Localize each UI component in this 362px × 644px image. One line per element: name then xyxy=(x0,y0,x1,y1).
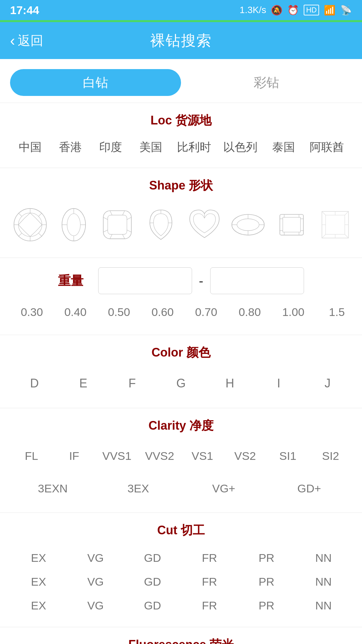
cut-item[interactable]: NN xyxy=(295,575,352,588)
fluorescence-title: Fluorescence 荧光 xyxy=(10,637,352,644)
cut-item[interactable]: FR xyxy=(181,551,238,565)
tab-colored-diamond[interactable]: 彩钻 xyxy=(181,69,352,96)
cut-item[interactable]: PR xyxy=(238,575,295,588)
location-item[interactable]: 比利时 xyxy=(171,136,217,158)
cut-title: Cut 切工 xyxy=(10,522,352,539)
color-item[interactable]: D xyxy=(10,372,59,395)
clarity-item[interactable]: VS1 xyxy=(181,445,224,467)
location-item[interactable]: 印度 xyxy=(90,136,131,158)
shape-heart[interactable] xyxy=(184,205,225,245)
cut-grid: EXVGGDFRPRNNEXVGGDFRPRNNEXVGGDFRPRNN xyxy=(10,546,352,618)
tab-white-diamond[interactable]: 白钻 xyxy=(10,69,181,96)
location-item[interactable]: 香港 xyxy=(50,136,90,158)
filter-item[interactable]: VG+ xyxy=(181,477,266,500)
cut-item[interactable]: GD xyxy=(124,599,181,612)
svg-line-21 xyxy=(127,217,131,220)
shape-title: Shape 形状 xyxy=(10,177,352,194)
clarity-section: Clarity 净度 FLIFVVS1VVS2VS1VS2SI1SI2 3EXN… xyxy=(0,408,362,513)
signal-icon: 📶 xyxy=(324,5,336,16)
shape-pear[interactable] xyxy=(141,205,181,245)
color-item[interactable]: I xyxy=(254,372,303,395)
color-item[interactable]: J xyxy=(303,372,352,395)
weight-min-input[interactable] xyxy=(98,267,192,294)
shape-row xyxy=(10,201,352,248)
color-section: Color 颜色 DEFGHIJ xyxy=(0,335,362,408)
weight-quick-item[interactable]: 1.5 xyxy=(315,302,352,322)
weight-quick-item[interactable]: 0.40 xyxy=(54,302,97,322)
shape-oval[interactable] xyxy=(54,205,94,245)
svg-line-23 xyxy=(110,211,112,215)
filter-item[interactable]: 3EXN xyxy=(10,477,96,500)
clarity-item[interactable]: IF xyxy=(53,445,96,467)
cut-item[interactable]: FR xyxy=(181,599,238,612)
back-button[interactable]: ‹ 返回 xyxy=(10,32,43,49)
clarity-item[interactable]: SI1 xyxy=(266,445,309,467)
cut-item[interactable]: EX xyxy=(10,551,67,565)
cut-item[interactable]: FR xyxy=(181,575,238,588)
color-row: DEFGHIJ xyxy=(10,368,352,398)
color-item[interactable]: H xyxy=(205,372,254,395)
svg-point-1 xyxy=(18,213,42,236)
clarity-row: FLIFVVS1VVS2VS1VS2SI1SI2 xyxy=(10,441,352,471)
color-item[interactable]: G xyxy=(157,372,205,395)
cut-item[interactable]: VG xyxy=(67,599,124,612)
cut-item[interactable]: PR xyxy=(238,551,295,565)
clarity-item[interactable]: FL xyxy=(10,445,53,467)
cut-item[interactable]: VG xyxy=(67,575,124,588)
weight-label: 重量 xyxy=(58,272,92,289)
clarity-item[interactable]: VVS1 xyxy=(96,445,138,467)
cut-item[interactable]: PR xyxy=(238,599,295,612)
weight-quick-item[interactable]: 0.80 xyxy=(228,302,272,322)
weight-quick-row: 0.300.400.500.600.700.801.001.5 xyxy=(10,302,352,325)
shape-princess[interactable] xyxy=(315,205,352,245)
hd-icon: HD xyxy=(304,5,319,15)
weight-quick-item[interactable]: 0.30 xyxy=(10,302,54,322)
weight-dash: - xyxy=(199,273,203,288)
cut-item[interactable]: NN xyxy=(295,599,352,612)
filter-row: 3EXN3EXVG+GD+ xyxy=(10,471,352,503)
weight-quick-item[interactable]: 0.60 xyxy=(141,302,184,322)
location-item[interactable]: 美国 xyxy=(131,136,171,158)
cut-item[interactable]: EX xyxy=(10,575,67,588)
cut-row: EXVGGDFRPRNN xyxy=(10,594,352,618)
color-item[interactable]: E xyxy=(59,372,108,395)
location-item[interactable]: 以色列 xyxy=(217,136,263,158)
cut-item[interactable]: EX xyxy=(10,599,67,612)
svg-line-49 xyxy=(322,211,325,215)
svg-rect-17 xyxy=(103,211,131,239)
svg-line-6 xyxy=(18,213,22,216)
weight-quick-item[interactable]: 0.50 xyxy=(97,302,141,322)
back-arrow-icon: ‹ xyxy=(10,32,15,49)
status-bar: 17:44 1.3K/s 🔕 ⏰ HD 📶 📡 xyxy=(0,0,362,20)
shape-marquise[interactable] xyxy=(228,205,268,245)
clarity-item[interactable]: SI2 xyxy=(309,445,352,467)
filter-item[interactable]: 3EX xyxy=(96,477,181,500)
location-row: 中国香港印度美国比利时以色列泰国阿联酋 xyxy=(10,136,352,158)
weight-section: 重量 - 0.300.400.500.600.700.801.001.5 xyxy=(0,258,362,335)
shape-cushion[interactable] xyxy=(97,205,137,245)
color-item[interactable]: F xyxy=(108,372,157,395)
clarity-item[interactable]: VVS2 xyxy=(138,445,181,467)
status-icons: 1.3K/s 🔕 ⏰ HD 📶 📡 xyxy=(240,5,352,16)
svg-rect-47 xyxy=(322,211,348,238)
location-item[interactable]: 中国 xyxy=(10,136,50,158)
svg-line-52 xyxy=(345,234,349,238)
shape-round[interactable] xyxy=(10,205,50,245)
location-item[interactable]: 阿联酋 xyxy=(304,136,350,158)
weight-quick-item[interactable]: 0.70 xyxy=(184,302,228,322)
color-title: Color 颜色 xyxy=(10,344,352,361)
shape-emerald[interactable] xyxy=(272,205,312,245)
weight-max-input[interactable] xyxy=(210,267,304,294)
cut-item[interactable]: NN xyxy=(295,551,352,565)
tab-row: 白钻 彩钻 xyxy=(0,59,362,103)
cut-row: EXVGGDFRPRNN xyxy=(10,570,352,594)
svg-line-24 xyxy=(122,211,125,215)
weight-quick-item[interactable]: 1.00 xyxy=(272,302,315,322)
clarity-item[interactable]: VS2 xyxy=(224,445,267,467)
location-item[interactable]: 泰国 xyxy=(263,136,304,158)
cut-item[interactable]: GD xyxy=(124,551,181,565)
location-section: Loc 货源地 中国香港印度美国比利时以色列泰国阿联酋 xyxy=(0,103,362,168)
cut-item[interactable]: GD xyxy=(124,575,181,588)
filter-item[interactable]: GD+ xyxy=(266,477,352,500)
cut-item[interactable]: VG xyxy=(67,551,124,565)
